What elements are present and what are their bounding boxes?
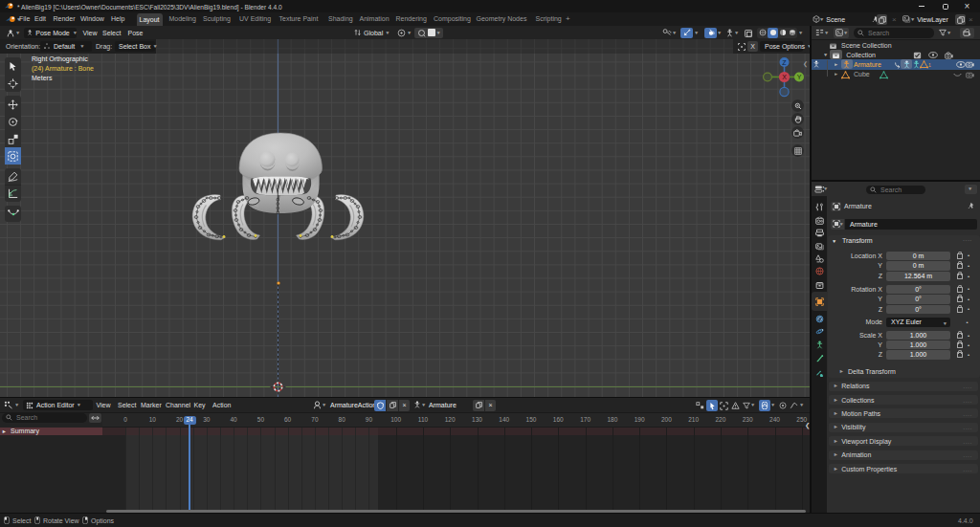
svg-text:X: X xyxy=(782,74,787,80)
svg-text:Z: Z xyxy=(782,58,787,65)
svg-text:Y: Y xyxy=(797,74,802,80)
